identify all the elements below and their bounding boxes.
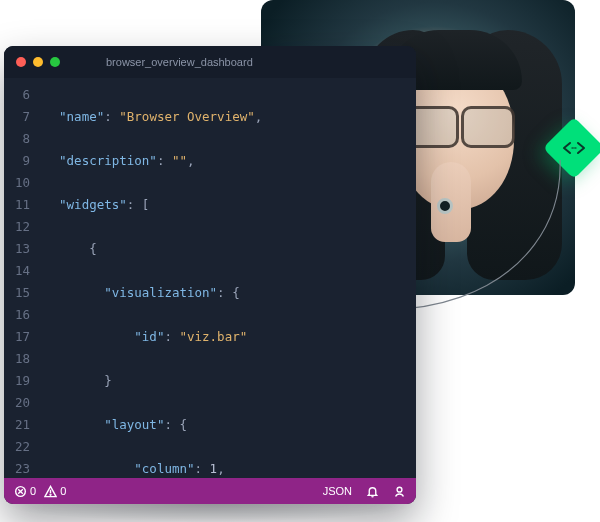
error-count-value: 0: [30, 485, 36, 497]
line-number: 11: [4, 194, 30, 216]
line-number: 9: [4, 150, 30, 172]
svg-point-1: [573, 147, 575, 149]
line-number: 22: [4, 436, 30, 458]
line-number: 8: [4, 128, 30, 150]
window-controls: [16, 57, 60, 67]
code-area[interactable]: 67891011121314151617181920212223 "name":…: [4, 78, 416, 478]
minimize-window-button[interactable]: [33, 57, 43, 67]
language-mode[interactable]: JSON: [323, 485, 352, 497]
error-icon: [14, 485, 27, 498]
line-number: 10: [4, 172, 30, 194]
file-tab-title: browser_overview_dashboard: [106, 56, 253, 68]
line-number: 12: [4, 216, 30, 238]
svg-point-9: [50, 494, 51, 495]
bell-icon[interactable]: [366, 485, 379, 498]
svg-point-0: [571, 147, 573, 149]
line-number: 17: [4, 326, 30, 348]
window-titlebar: browser_overview_dashboard: [4, 46, 416, 78]
error-count[interactable]: 0: [14, 485, 36, 498]
warning-icon: [44, 485, 57, 498]
code-content[interactable]: "name": "Browser Overview", "description…: [36, 84, 416, 478]
line-number: 20: [4, 392, 30, 414]
ring-shape: [437, 198, 453, 214]
line-number: 15: [4, 282, 30, 304]
svg-point-10: [397, 487, 402, 492]
warning-count-value: 0: [60, 485, 66, 497]
warning-count[interactable]: 0: [44, 485, 66, 498]
status-bar: 0 0 JSON: [4, 478, 416, 504]
line-number: 14: [4, 260, 30, 282]
svg-point-2: [575, 147, 577, 149]
line-number: 13: [4, 238, 30, 260]
line-number: 7: [4, 106, 30, 128]
glasses-icon: [405, 106, 515, 144]
code-angle-icon: [561, 141, 587, 155]
zoom-window-button[interactable]: [50, 57, 60, 67]
line-number: 23: [4, 458, 30, 478]
code-editor-window: browser_overview_dashboard 6789101112131…: [4, 46, 416, 504]
account-icon[interactable]: [393, 485, 406, 498]
close-window-button[interactable]: [16, 57, 26, 67]
line-number: 21: [4, 414, 30, 436]
line-number: 18: [4, 348, 30, 370]
line-number: 16: [4, 304, 30, 326]
editor-shadow: [0, 504, 420, 522]
line-number: 19: [4, 370, 30, 392]
line-number-gutter: 67891011121314151617181920212223: [4, 84, 36, 478]
line-number: 6: [4, 84, 30, 106]
